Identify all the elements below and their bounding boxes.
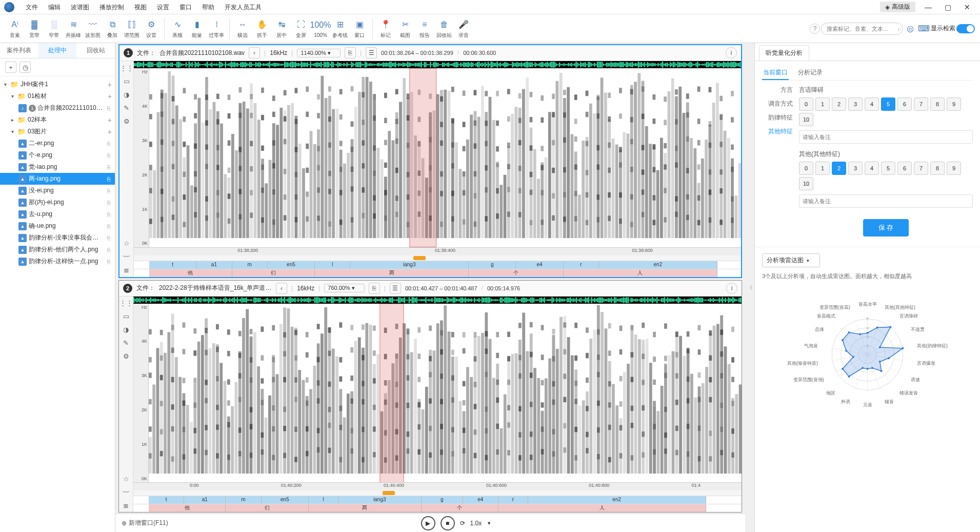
- tree-item[interactable]: ▲确-ue.png⎘: [0, 220, 115, 232]
- tb-抓手[interactable]: ✋抓手: [252, 16, 272, 41]
- subtab-0[interactable]: 当前窗口: [762, 66, 789, 80]
- rating-8[interactable]: 8: [930, 162, 945, 175]
- zoom-select[interactable]: 760.00% ▾: [324, 284, 364, 292]
- tree-item[interactable]: ▲没-ei.png⎘: [0, 185, 115, 196]
- play-button[interactable]: ▶: [421, 516, 435, 530]
- tree-item[interactable]: ♪1合并音频2022111010…⎘: [0, 102, 115, 114]
- analysis-tab[interactable]: 听觉量化分析: [759, 45, 809, 61]
- tb-截图[interactable]: ✂截图: [395, 16, 415, 41]
- rating-7[interactable]: 7: [914, 162, 928, 175]
- tb-能量[interactable]: ▮能量: [187, 16, 207, 41]
- prev-file-button[interactable]: ‹: [276, 283, 287, 294]
- word-cell[interactable]: 个: [422, 504, 498, 512]
- marker-track[interactable]: [133, 490, 742, 496]
- search-toggle[interactable]: [956, 24, 975, 33]
- sidenav-3[interactable]: 其他特征: [762, 127, 793, 136]
- history-button[interactable]: ◷: [19, 62, 31, 73]
- marker-track[interactable]: [134, 255, 741, 261]
- tool-star-icon[interactable]: ☆: [119, 237, 133, 250]
- phoneme-cell[interactable]: a1: [196, 261, 232, 269]
- spectrogram[interactable]: Hz4K3K2K1K0K: [134, 68, 741, 247]
- word-cell[interactable]: 他: [149, 504, 226, 512]
- collapse-right-button[interactable]: 《: [745, 43, 754, 532]
- tree-item[interactable]: ▲去-u.png⎘: [0, 208, 115, 220]
- phoneme-cell[interactable]: g: [469, 261, 516, 269]
- tool-drag-icon[interactable]: ⋮⋮: [119, 61, 133, 74]
- tb-音素[interactable]: Aⁱ音素: [5, 16, 25, 41]
- tb-全屏[interactable]: ⛶全屏: [291, 16, 311, 41]
- tool-clock-icon[interactable]: ◑: [119, 88, 133, 101]
- tree-item[interactable]: ▸📁02样本+: [0, 114, 115, 126]
- word-cell[interactable]: 们: [226, 504, 309, 512]
- sidenav-1[interactable]: 调音方式: [762, 100, 793, 108]
- word-cell[interactable]: 两: [309, 504, 422, 512]
- rating-10[interactable]: 10: [799, 177, 813, 190]
- phoneme-cell[interactable]: m: [232, 261, 268, 269]
- tool-wave-icon[interactable]: 〰: [119, 250, 133, 264]
- tree-add-icon[interactable]: +: [108, 92, 112, 101]
- sidebar-tab-2[interactable]: 回收站: [76, 43, 115, 58]
- tool-layers-icon[interactable]: ≣: [119, 264, 133, 277]
- selection-marker[interactable]: [413, 256, 426, 260]
- sidebar-tab-0[interactable]: 案件列表: [0, 43, 38, 58]
- rating-0[interactable]: 0: [799, 162, 813, 175]
- subtab-1[interactable]: 分析记录: [797, 66, 824, 80]
- tb-共振峰[interactable]: ≋共振峰: [64, 16, 83, 41]
- phoneme-cell[interactable]: iang3: [350, 261, 469, 269]
- help-icon[interactable]: ?: [810, 24, 820, 34]
- tree-item[interactable]: ▲韵律分析-他们两个人.png⎘: [0, 244, 115, 255]
- tb-100%[interactable]: 100%100%: [311, 16, 330, 41]
- sidenav-2[interactable]: 韵律特征: [762, 113, 793, 122]
- zoom-select[interactable]: 1140.00% ▾: [297, 49, 341, 57]
- phoneme-cell[interactable]: l: [309, 496, 338, 504]
- rating-10[interactable]: 10: [799, 113, 813, 126]
- info-button[interactable]: i: [726, 47, 737, 58]
- menu-窗口[interactable]: 窗口: [174, 0, 197, 14]
- target-icon[interactable]: ◎: [904, 23, 916, 35]
- premium-badge[interactable]: ◈高级版: [880, 2, 915, 12]
- menu-波谱图[interactable]: 波谱图: [66, 0, 94, 14]
- rating-2[interactable]: 2: [832, 97, 846, 111]
- tb-报告[interactable]: ≡报告: [415, 16, 434, 41]
- phoneme-cell[interactable]: r: [564, 261, 599, 269]
- tree-add-icon[interactable]: +: [108, 81, 112, 89]
- tb-波形图[interactable]: 〰波形图: [83, 16, 103, 41]
- menu-文件[interactable]: 文件: [21, 0, 43, 14]
- tool-edit-icon[interactable]: ✎: [119, 101, 133, 114]
- rating-5[interactable]: 5: [881, 97, 895, 111]
- prev-file-button[interactable]: ‹: [249, 47, 260, 58]
- phoneme-cell[interactable]: en2: [528, 496, 706, 504]
- word-cell[interactable]: 他: [149, 269, 232, 277]
- radar-select[interactable]: 分析项雷达图▾: [762, 253, 820, 267]
- phoneme-cell[interactable]: en2: [599, 261, 717, 269]
- tree-item[interactable]: ▲那(内)-ei.png⎘: [0, 196, 115, 208]
- chevron-down-icon[interactable]: ▼: [487, 521, 491, 526]
- rating-4[interactable]: 4: [865, 162, 879, 175]
- tb-宽带[interactable]: ▓宽带: [25, 16, 44, 41]
- phoneme-cell[interactable]: en5: [262, 496, 309, 504]
- overview-strip[interactable]: [134, 61, 741, 68]
- tool-gear-icon[interactable]: ⚙: [119, 114, 133, 128]
- phoneme-cell[interactable]: a1: [184, 496, 226, 504]
- phoneme-cell[interactable]: m: [226, 496, 261, 504]
- word-cell[interactable]: 两: [315, 269, 469, 277]
- rating-3[interactable]: 3: [848, 162, 863, 175]
- tree-item[interactable]: ▲个-e.png⎘: [0, 149, 115, 161]
- tool-layers-icon[interactable]: ≣: [119, 499, 133, 512]
- tool-ruler-icon[interactable]: ▭: [119, 74, 133, 88]
- tb-回收站[interactable]: 🗑回收站: [434, 16, 454, 41]
- tb-过零率[interactable]: ⁞过零率: [207, 16, 226, 41]
- rating-5[interactable]: 5: [881, 162, 895, 175]
- rating-1[interactable]: 1: [815, 97, 830, 111]
- rating-2[interactable]: 2: [832, 162, 846, 175]
- rating-6[interactable]: 6: [897, 162, 912, 175]
- rating-0[interactable]: 0: [799, 97, 813, 111]
- menu-视图[interactable]: 视图: [129, 0, 152, 14]
- selection-marker[interactable]: [383, 491, 395, 495]
- rating-7[interactable]: 7: [914, 97, 928, 111]
- tb-标记[interactable]: 📍标记: [376, 16, 395, 41]
- search-box[interactable]: ⌕: [821, 23, 903, 35]
- tb-居中[interactable]: ↹居中: [272, 16, 291, 41]
- tb-参考线[interactable]: ⊞参考线: [330, 16, 350, 41]
- menu-设置[interactable]: 设置: [152, 0, 174, 14]
